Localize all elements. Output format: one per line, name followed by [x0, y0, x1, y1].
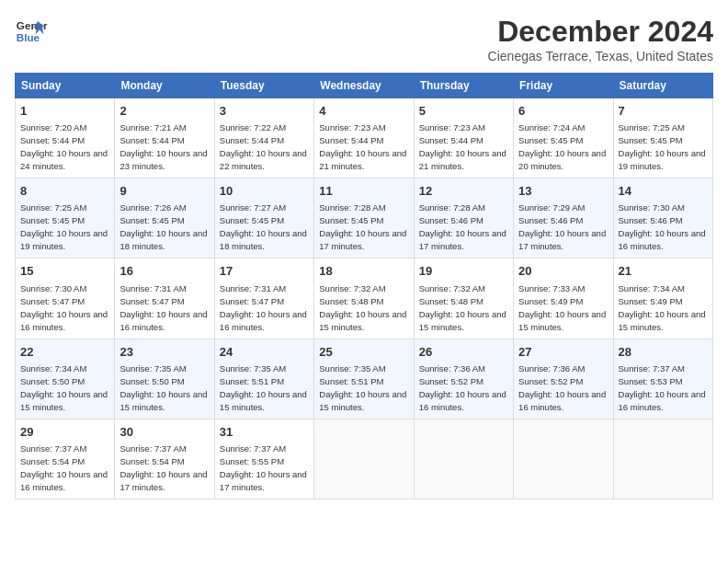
day-number: 19: [419, 263, 508, 280]
calendar-cell: 4 Sunrise: 7:23 AMSunset: 5:44 PMDayligh…: [314, 98, 414, 178]
calendar-cell: 24 Sunrise: 7:35 AMSunset: 5:51 PMDaylig…: [214, 339, 313, 419]
day-info: Sunrise: 7:33 AMSunset: 5:49 PMDaylight:…: [518, 283, 606, 332]
calendar-cell: 8 Sunrise: 7:25 AMSunset: 5:45 PMDayligh…: [16, 178, 115, 259]
logo: General Blue: [15, 15, 48, 48]
col-header-thursday: Thursday: [414, 74, 513, 98]
calendar-cell: 22 Sunrise: 7:34 AMSunset: 5:50 PMDaylig…: [16, 339, 115, 419]
calendar-cell: 27 Sunrise: 7:36 AMSunset: 5:52 PMDaylig…: [514, 339, 613, 419]
day-info: Sunrise: 7:23 AMSunset: 5:44 PMDaylight:…: [319, 122, 406, 171]
calendar-week-4: 22 Sunrise: 7:34 AMSunset: 5:50 PMDaylig…: [16, 339, 713, 419]
day-info: Sunrise: 7:30 AMSunset: 5:46 PMDaylight:…: [619, 202, 706, 251]
calendar-cell: 16 Sunrise: 7:31 AMSunset: 5:47 PMDaylig…: [115, 259, 214, 339]
day-info: Sunrise: 7:35 AMSunset: 5:51 PMDaylight:…: [220, 363, 307, 412]
calendar-cell: 19 Sunrise: 7:32 AMSunset: 5:48 PMDaylig…: [414, 259, 513, 339]
day-number: 13: [518, 183, 608, 200]
day-info: Sunrise: 7:26 AMSunset: 5:45 PMDaylight:…: [119, 202, 207, 251]
day-info: Sunrise: 7:25 AMSunset: 5:45 PMDaylight:…: [20, 202, 108, 251]
calendar-cell: 23 Sunrise: 7:35 AMSunset: 5:50 PMDaylig…: [115, 339, 214, 419]
day-info: Sunrise: 7:28 AMSunset: 5:45 PMDaylight:…: [319, 202, 406, 251]
day-number: 31: [220, 424, 309, 441]
calendar-cell: 3 Sunrise: 7:22 AMSunset: 5:44 PMDayligh…: [214, 98, 313, 178]
calendar-cell: 25 Sunrise: 7:35 AMSunset: 5:51 PMDaylig…: [314, 339, 414, 419]
col-header-sunday: Sunday: [16, 74, 115, 98]
calendar-cell: 6 Sunrise: 7:24 AMSunset: 5:45 PMDayligh…: [514, 98, 613, 178]
col-header-tuesday: Tuesday: [214, 74, 313, 98]
calendar-cell: 26 Sunrise: 7:36 AMSunset: 5:52 PMDaylig…: [414, 339, 513, 419]
day-number: 2: [119, 103, 209, 120]
svg-text:General: General: [17, 19, 48, 31]
day-info: Sunrise: 7:24 AMSunset: 5:45 PMDaylight:…: [518, 122, 606, 171]
day-info: Sunrise: 7:35 AMSunset: 5:51 PMDaylight:…: [319, 363, 406, 412]
calendar-cell: 12 Sunrise: 7:28 AMSunset: 5:46 PMDaylig…: [414, 178, 513, 259]
month-title: December 2024: [488, 15, 713, 49]
day-info: Sunrise: 7:31 AMSunset: 5:47 PMDaylight:…: [220, 283, 307, 332]
calendar-week-1: 1 Sunrise: 7:20 AMSunset: 5:44 PMDayligh…: [16, 98, 713, 178]
day-number: 26: [419, 344, 508, 361]
day-info: Sunrise: 7:30 AMSunset: 5:47 PMDaylight:…: [20, 283, 108, 332]
calendar-cell: 5 Sunrise: 7:23 AMSunset: 5:44 PMDayligh…: [414, 98, 513, 178]
calendar-cell: 28 Sunrise: 7:37 AMSunset: 5:53 PMDaylig…: [613, 339, 712, 419]
day-number: 9: [119, 183, 209, 200]
day-number: 1: [20, 103, 109, 120]
day-number: 5: [419, 103, 508, 120]
day-info: Sunrise: 7:22 AMSunset: 5:44 PMDaylight:…: [220, 122, 307, 171]
col-header-friday: Friday: [514, 74, 613, 98]
day-info: Sunrise: 7:32 AMSunset: 5:48 PMDaylight:…: [319, 283, 406, 332]
day-number: 20: [518, 263, 608, 280]
calendar-week-5: 29 Sunrise: 7:37 AMSunset: 5:54 PMDaylig…: [16, 419, 713, 499]
calendar-cell: 20 Sunrise: 7:33 AMSunset: 5:49 PMDaylig…: [514, 259, 613, 339]
page-header: General Blue December 2024 Cienegas Terr…: [15, 15, 713, 63]
calendar-cell: 21 Sunrise: 7:34 AMSunset: 5:49 PMDaylig…: [613, 259, 712, 339]
calendar-cell: 30 Sunrise: 7:37 AMSunset: 5:54 PMDaylig…: [115, 419, 214, 499]
calendar-cell: 18 Sunrise: 7:32 AMSunset: 5:48 PMDaylig…: [314, 259, 414, 339]
calendar-cell: 14 Sunrise: 7:30 AMSunset: 5:46 PMDaylig…: [613, 178, 712, 259]
calendar-cell: [514, 419, 613, 499]
calendar-cell: [613, 419, 712, 499]
day-info: Sunrise: 7:35 AMSunset: 5:50 PMDaylight:…: [119, 363, 207, 412]
calendar-cell: 17 Sunrise: 7:31 AMSunset: 5:47 PMDaylig…: [214, 259, 313, 339]
calendar-header: SundayMondayTuesdayWednesdayThursdayFrid…: [16, 74, 713, 98]
day-number: 11: [319, 183, 408, 200]
calendar-week-3: 15 Sunrise: 7:30 AMSunset: 5:47 PMDaylig…: [16, 259, 713, 339]
day-info: Sunrise: 7:37 AMSunset: 5:55 PMDaylight:…: [220, 443, 307, 492]
day-number: 4: [319, 103, 408, 120]
calendar-cell: 13 Sunrise: 7:29 AMSunset: 5:46 PMDaylig…: [514, 178, 613, 259]
col-header-monday: Monday: [115, 74, 214, 98]
day-number: 18: [319, 263, 408, 280]
day-info: Sunrise: 7:29 AMSunset: 5:46 PMDaylight:…: [518, 202, 606, 251]
calendar-week-2: 8 Sunrise: 7:25 AMSunset: 5:45 PMDayligh…: [16, 178, 713, 259]
calendar-cell: 11 Sunrise: 7:28 AMSunset: 5:45 PMDaylig…: [314, 178, 414, 259]
day-info: Sunrise: 7:32 AMSunset: 5:48 PMDaylight:…: [419, 283, 506, 332]
day-number: 3: [220, 103, 309, 120]
day-number: 7: [619, 103, 708, 120]
day-number: 15: [20, 263, 109, 280]
calendar-cell: 10 Sunrise: 7:27 AMSunset: 5:45 PMDaylig…: [214, 178, 313, 259]
day-number: 10: [220, 183, 309, 200]
calendar-cell: 29 Sunrise: 7:37 AMSunset: 5:54 PMDaylig…: [16, 419, 115, 499]
calendar-cell: 1 Sunrise: 7:20 AMSunset: 5:44 PMDayligh…: [16, 98, 115, 178]
calendar-cell: [314, 419, 414, 499]
day-info: Sunrise: 7:31 AMSunset: 5:47 PMDaylight:…: [119, 283, 207, 332]
day-info: Sunrise: 7:28 AMSunset: 5:46 PMDaylight:…: [419, 202, 506, 251]
day-number: 12: [419, 183, 508, 200]
day-info: Sunrise: 7:36 AMSunset: 5:52 PMDaylight:…: [518, 363, 606, 412]
calendar-cell: 2 Sunrise: 7:21 AMSunset: 5:44 PMDayligh…: [115, 98, 214, 178]
day-number: 29: [20, 424, 109, 441]
day-number: 25: [319, 344, 408, 361]
day-number: 23: [119, 344, 209, 361]
day-number: 14: [619, 183, 708, 200]
day-info: Sunrise: 7:34 AMSunset: 5:50 PMDaylight:…: [20, 363, 108, 412]
calendar-cell: 31 Sunrise: 7:37 AMSunset: 5:55 PMDaylig…: [214, 419, 313, 499]
calendar-cell: 9 Sunrise: 7:26 AMSunset: 5:45 PMDayligh…: [115, 178, 214, 259]
day-info: Sunrise: 7:37 AMSunset: 5:53 PMDaylight:…: [619, 363, 706, 412]
day-info: Sunrise: 7:36 AMSunset: 5:52 PMDaylight:…: [419, 363, 506, 412]
logo-icon: General Blue: [15, 15, 48, 48]
day-info: Sunrise: 7:20 AMSunset: 5:44 PMDaylight:…: [20, 122, 108, 171]
col-header-saturday: Saturday: [613, 74, 712, 98]
day-number: 6: [518, 103, 608, 120]
calendar-cell: 7 Sunrise: 7:25 AMSunset: 5:45 PMDayligh…: [613, 98, 712, 178]
day-number: 17: [220, 263, 309, 280]
day-number: 22: [20, 344, 109, 361]
day-info: Sunrise: 7:21 AMSunset: 5:44 PMDaylight:…: [119, 122, 207, 171]
location: Cienegas Terrace, Texas, United States: [488, 49, 713, 63]
